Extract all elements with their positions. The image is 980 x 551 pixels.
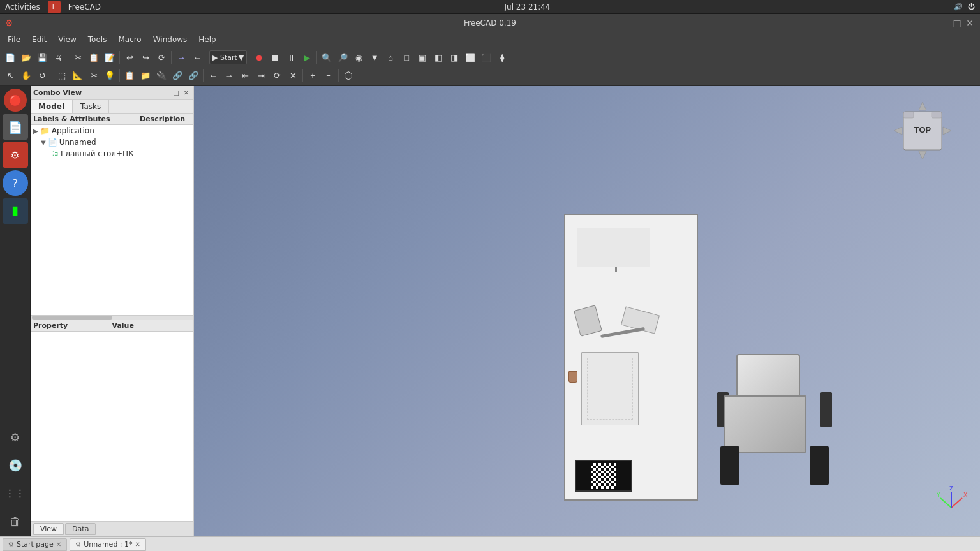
act-docs[interactable]: 📄 <box>3 114 28 140</box>
sep3 <box>171 51 172 64</box>
act-terminal[interactable]: █ <box>3 198 28 224</box>
act-question[interactable]: ? <box>3 170 28 196</box>
tb-rotate[interactable]: ↺ <box>34 68 50 83</box>
property-panel <box>31 332 193 522</box>
menu-edit[interactable]: Edit <box>27 34 52 45</box>
tb-home[interactable]: ⌂ <box>383 50 398 65</box>
tb-addon[interactable]: 🔌 <box>154 68 169 83</box>
tb-sync[interactable]: ⟳ <box>269 68 285 83</box>
desk-label: Главный стол+ПК <box>61 149 134 158</box>
tab-model[interactable]: Model <box>31 100 73 113</box>
act-app[interactable]: ⚙ <box>3 142 28 168</box>
tb-record[interactable]: ⏺ <box>251 50 267 65</box>
tb-nav-back2[interactable]: ⇤ <box>237 68 253 83</box>
tb-zoom-fit[interactable]: 🔍 <box>319 50 334 65</box>
tb-front[interactable]: □ <box>399 50 414 65</box>
tb-back[interactable]: ▣ <box>415 50 430 65</box>
tb-print[interactable]: 🖨 <box>50 50 66 65</box>
tab-start-page[interactable]: ⚙ Start page ✕ <box>3 538 67 551</box>
tb-top[interactable]: ⬜ <box>463 50 478 65</box>
tab-start-close[interactable]: ✕ <box>56 541 61 548</box>
tab-unnamed[interactable]: ⚙ Unnamed : 1* ✕ <box>70 538 146 551</box>
nav-arrow-left-shape <box>894 127 902 135</box>
tb-cut[interactable]: ✂ <box>70 50 85 65</box>
tb-pointer[interactable]: ⬡ <box>341 68 356 83</box>
menu-view[interactable]: View <box>53 34 81 45</box>
menu-help[interactable]: Help <box>193 34 221 45</box>
tb-lighting[interactable]: 💡 <box>102 68 117 83</box>
tb-view-dropdown[interactable]: ▼ <box>367 50 382 65</box>
tb-bottom[interactable]: ⬛ <box>479 50 494 65</box>
workbench-dropdown[interactable]: ▶ Start ▼ <box>209 50 247 64</box>
btab-view[interactable]: View <box>33 523 64 535</box>
tb-stop2[interactable]: ✕ <box>285 68 301 83</box>
tb-measure[interactable]: 📐 <box>70 68 85 83</box>
tb-zoom-out[interactable]: − <box>321 68 336 83</box>
act-gear[interactable]: ⚙ <box>3 424 28 450</box>
act-disk[interactable]: 💿 <box>3 452 28 478</box>
tb-redo[interactable]: ↪ <box>138 50 153 65</box>
minimize-btn[interactable]: — <box>939 18 949 28</box>
tb-save[interactable]: 💾 <box>34 50 50 65</box>
h-scrollbar[interactable] <box>32 316 112 320</box>
act-apps[interactable]: ⋮⋮ <box>3 480 28 506</box>
tb-run[interactable]: ▶ <box>299 50 315 65</box>
combo-close-btn[interactable]: ✕ <box>182 89 191 98</box>
tb-nav-fwd[interactable]: ⇥ <box>253 68 269 83</box>
tb-link2[interactable]: 🔗 <box>186 68 201 83</box>
tb-link[interactable]: 🔗 <box>170 68 185 83</box>
tb-undo[interactable]: ↩ <box>122 50 137 65</box>
tab-tasks[interactable]: Tasks <box>73 100 109 113</box>
tb-open[interactable]: 📂 <box>19 50 34 65</box>
cup-item <box>568 371 577 383</box>
tb-open-dir[interactable]: 📁 <box>138 68 153 83</box>
tb-stop[interactable]: ⏹ <box>267 50 283 65</box>
tb-left[interactable]: ◧ <box>431 50 446 65</box>
tb-nav-next[interactable]: → <box>221 68 237 83</box>
activities-btn[interactable]: Activities <box>5 3 40 11</box>
monitor-rect <box>577 228 650 267</box>
tb-box-sel[interactable]: ⬚ <box>54 68 70 83</box>
tb-paste[interactable]: 📝 <box>102 50 117 65</box>
svg-rect-2 <box>903 112 914 118</box>
combo-bottom-tabs: View Data <box>31 521 193 536</box>
close-btn[interactable]: ✕ <box>965 18 975 28</box>
tb-3d[interactable]: ◉ <box>351 50 366 65</box>
tb-right[interactable]: ◨ <box>447 50 462 65</box>
btab-data[interactable]: Data <box>65 523 96 535</box>
tree-item-application[interactable]: ▶ 📁 Application <box>31 125 193 136</box>
menu-macro[interactable]: Macro <box>113 34 146 45</box>
tb-clipping[interactable]: ✂ <box>86 68 101 83</box>
tb-macro-edit[interactable]: ⏸ <box>283 50 299 65</box>
combo-tabs: Model Tasks <box>31 100 193 114</box>
tree-item-unnamed[interactable]: ▼ 📄 Unnamed <box>31 136 193 148</box>
svg-line-4 <box>951 498 962 508</box>
menu-tools[interactable]: Tools <box>83 34 112 45</box>
act-trash[interactable]: 🗑 <box>3 508 28 534</box>
maximize-btn[interactable]: □ <box>952 18 962 28</box>
power-icon: ⏻ <box>968 3 975 11</box>
sound-icon: 🔊 <box>954 3 963 11</box>
tb-zoom-in[interactable]: 🔎 <box>335 50 350 65</box>
combo-float-btn[interactable]: □ <box>172 89 181 98</box>
menu-windows[interactable]: Windows <box>148 34 193 45</box>
tree-item-desk[interactable]: 🗂 Главный стол+ПК <box>31 148 193 159</box>
tb-zoom-in2[interactable]: + <box>305 68 320 83</box>
tb-nav[interactable]: → <box>174 50 189 65</box>
tb-iso[interactable]: ⧫ <box>494 50 510 65</box>
tb-select[interactable]: ↖ <box>3 68 18 83</box>
tb-refresh[interactable]: ⟳ <box>154 50 169 65</box>
chair-arm-right <box>820 392 832 427</box>
act-home[interactable]: 🔴 <box>4 89 27 112</box>
tb-new-doc[interactable]: 📋 <box>122 68 137 83</box>
tb-nav-back[interactable]: ← <box>189 50 205 65</box>
tb-new[interactable]: 📄 <box>3 50 18 65</box>
tb-nav-prev[interactable]: ← <box>205 68 221 83</box>
menu-file[interactable]: File <box>3 34 26 45</box>
tb-copy[interactable]: 📋 <box>86 50 101 65</box>
tab-unnamed-close[interactable]: ✕ <box>135 541 140 548</box>
bottom-tabs-bar: ⚙ Start page ✕ ⚙ Unnamed : 1* ✕ <box>0 536 980 551</box>
viewport[interactable]: TOP X Y Z <box>194 86 980 536</box>
tb-pan[interactable]: ✋ <box>19 68 34 83</box>
application-label: Application <box>52 126 94 135</box>
